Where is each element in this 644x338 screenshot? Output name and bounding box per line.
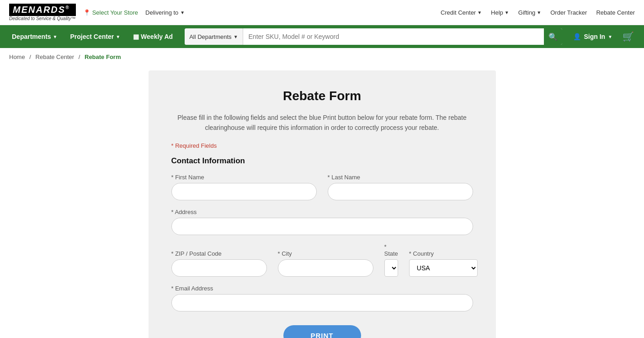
name-row: * First Name * Last Name [171, 174, 473, 200]
form-title: Rebate Form [171, 89, 473, 103]
top-bar-left: MENARDS Dedicated to Service & Quality™ … [9, 4, 185, 21]
first-name-label: * First Name [171, 174, 317, 181]
email-group: * Email Address [171, 285, 473, 311]
user-icon: 👤 [573, 33, 581, 40]
top-bar-right: Credit Center ▼ Help ▼ Gifting ▼ Order T… [441, 9, 635, 16]
breadcrumb-current: Rebate Form [85, 54, 121, 60]
country-select[interactable]: USA Canada [409, 259, 478, 277]
main-content: Rebate Form Please fill in the following… [0, 66, 644, 338]
project-center-label: Project Center [70, 33, 114, 40]
chevron-down-icon: ▼ [537, 10, 541, 15]
form-description: Please fill in the following fields and … [171, 113, 473, 133]
state-select[interactable]: - Select a state - AlabamaAlaskaArizona … [384, 259, 398, 277]
credit-center-link[interactable]: Credit Center ▼ [441, 9, 482, 16]
contact-info-title: Contact Information [171, 156, 473, 166]
store-selector-label: Select Your Store [92, 9, 138, 16]
help-link[interactable]: Help ▼ [491, 9, 509, 16]
sign-in-button[interactable]: 👤 Sign In ▼ [569, 33, 616, 40]
state-label: * State [384, 243, 398, 257]
order-tracker-label: Order Tracker [550, 9, 587, 16]
project-center-nav[interactable]: Project Center ▼ [66, 27, 125, 47]
breadcrumb-home[interactable]: Home [9, 54, 25, 60]
rebate-center-link[interactable]: Rebate Center [596, 9, 635, 16]
gifting-link[interactable]: Gifting ▼ [518, 9, 541, 16]
city-label: * City [278, 250, 373, 257]
breadcrumb-separator: / [29, 54, 31, 60]
departments-label: Departments [12, 33, 51, 40]
nav-bar: Departments ▼ Project Center ▼ ▦ Weekly … [0, 25, 644, 48]
last-name-group: * Last Name [328, 174, 473, 200]
city-input[interactable] [278, 259, 373, 277]
chevron-down-icon: ▼ [116, 34, 120, 39]
logo-tagline: Dedicated to Service & Quality™ [9, 16, 76, 21]
search-department-selector[interactable]: All Departments ▼ [185, 28, 243, 45]
first-name-input[interactable] [171, 183, 317, 200]
store-selector[interactable]: 📍 Select Your Store [83, 9, 138, 16]
address-group: * Address [171, 209, 473, 235]
rebate-center-label: Rebate Center [596, 9, 635, 16]
menards-logo: MENARDS Dedicated to Service & Quality™ [9, 4, 76, 21]
search-icon: 🔍 [548, 32, 558, 41]
required-note: * Required Fields [171, 142, 473, 149]
sign-in-label: Sign In [584, 33, 605, 40]
address-input[interactable] [171, 218, 473, 235]
chevron-down-icon: ▼ [180, 10, 185, 15]
address-row: * Address [171, 209, 473, 235]
last-name-input[interactable] [328, 183, 473, 200]
cart-icon: 🛒 [623, 32, 634, 42]
logo-text: MENARDS [9, 4, 76, 16]
address-label: * Address [171, 209, 473, 215]
search-button[interactable]: 🔍 [544, 28, 562, 45]
chevron-down-icon: ▼ [477, 10, 482, 15]
weekly-ad-icon: ▦ [133, 33, 139, 40]
gifting-label: Gifting [518, 9, 536, 16]
weekly-ad-label: Weekly Ad [141, 33, 173, 40]
breadcrumb-rebate-center[interactable]: Rebate Center [36, 54, 75, 60]
country-label: * Country [409, 250, 478, 257]
first-name-group: * First Name [171, 174, 317, 200]
delivering-to[interactable]: Delivering to ▼ [145, 9, 185, 16]
credit-center-label: Credit Center [441, 9, 476, 16]
breadcrumb-separator: / [79, 54, 80, 60]
state-group: * State - Select a state - AlabamaAlaska… [384, 243, 398, 277]
help-label: Help [491, 9, 503, 16]
rebate-form-container: Rebate Form Please fill in the following… [149, 70, 496, 338]
country-group: * Country USA Canada [409, 250, 478, 277]
order-tracker-link[interactable]: Order Tracker [550, 9, 587, 16]
chevron-down-icon: ▼ [608, 34, 612, 39]
zip-label: * ZIP / Postal Code [171, 250, 267, 257]
location-row: * ZIP / Postal Code * City * State - Sel… [171, 243, 473, 277]
search-dept-label: All Departments [189, 33, 231, 40]
search-bar: All Departments ▼ 🔍 [185, 28, 562, 45]
breadcrumb: Home / Rebate Center / Rebate Form [0, 48, 644, 66]
email-label: * Email Address [171, 285, 473, 292]
top-bar: MENARDS Dedicated to Service & Quality™ … [0, 0, 644, 25]
delivering-label: Delivering to [145, 9, 178, 16]
zip-group: * ZIP / Postal Code [171, 250, 267, 277]
chevron-down-icon: ▼ [234, 34, 238, 39]
email-input[interactable] [171, 294, 473, 311]
chevron-down-icon: ▼ [505, 10, 509, 15]
chevron-down-icon: ▼ [53, 34, 58, 39]
last-name-label: * Last Name [328, 174, 473, 181]
print-button[interactable]: PRINT [283, 325, 361, 338]
cart-button[interactable]: 🛒 [620, 31, 637, 42]
search-input[interactable] [243, 28, 544, 45]
city-group: * City [278, 250, 373, 277]
departments-nav[interactable]: Departments ▼ [7, 27, 62, 47]
weekly-ad-nav[interactable]: ▦ Weekly Ad [128, 27, 177, 47]
zip-input[interactable] [171, 259, 267, 277]
email-row: * Email Address [171, 285, 473, 311]
pin-icon: 📍 [83, 9, 90, 16]
